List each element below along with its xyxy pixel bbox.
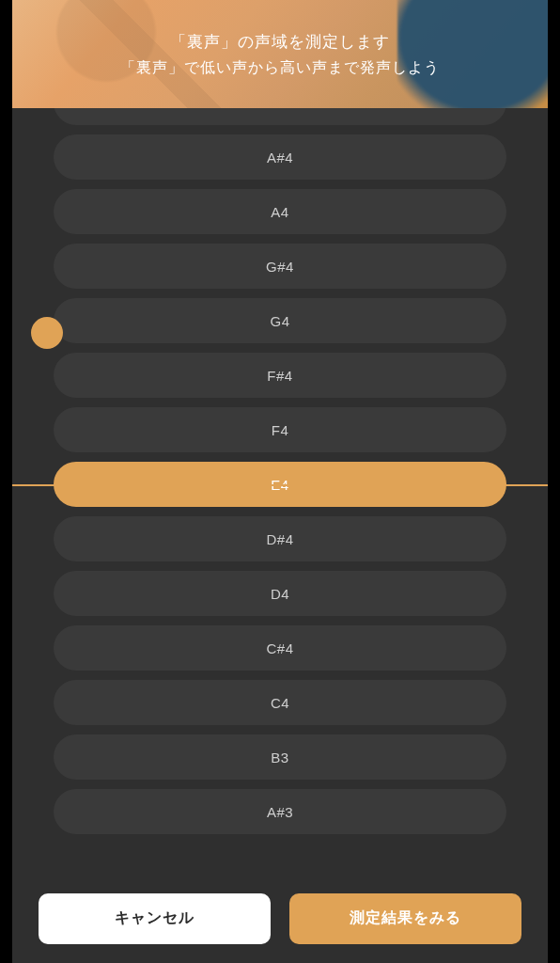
pitch-row-label: G#4 (266, 259, 294, 275)
pitch-row-label: D#4 (266, 531, 293, 547)
view-results-button[interactable]: 測定結果をみる (289, 893, 521, 944)
pitch-row-Dsharp4[interactable]: D#4 (54, 516, 506, 561)
pitch-row-label: A4 (271, 204, 288, 220)
pitch-list-viewport: B4A#4A4G#4G4F#4F4E4D#4D4C#4C4B3A#3 (12, 108, 548, 874)
header-title: 「裏声」の声域を測定します (170, 31, 390, 53)
header-subtitle: 「裏声」で低い声から高い声まで発声しよう (120, 58, 440, 78)
footer-bar: キャンセル 測定結果をみる (12, 874, 548, 963)
pitch-row-label: F4 (272, 422, 289, 438)
pitch-row-C4[interactable]: C4 (54, 680, 506, 725)
pitch-row-label: G4 (270, 313, 289, 329)
pitch-row-label: B4 (271, 108, 288, 111)
pitch-row-D4[interactable]: D4 (54, 571, 506, 616)
pitch-row-Gsharp4[interactable]: G#4 (54, 244, 506, 289)
pitch-indicator-dot (31, 317, 63, 349)
pitch-row-label: A#4 (267, 150, 293, 166)
pitch-row-Asharp4[interactable]: A#4 (54, 134, 506, 180)
pitch-list[interactable]: B4A#4A4G#4G4F#4F4E4D#4D4C#4C4B3A#3 (12, 108, 548, 844)
pitch-row-B3[interactable]: B3 (54, 734, 506, 780)
pitch-row-Csharp4[interactable]: C#4 (54, 625, 506, 671)
pitch-row-Fsharp4[interactable]: F#4 (54, 353, 506, 398)
pitch-row-F4[interactable]: F4 (54, 407, 506, 452)
pitch-row-label: D4 (271, 586, 289, 602)
pitch-row-label: B3 (271, 750, 288, 766)
pitch-row-Asharp3[interactable]: A#3 (54, 789, 506, 834)
instruction-header: 「裏声」の声域を測定します 「裏声」で低い声から高い声まで発声しよう (12, 0, 548, 108)
pitch-row-A4[interactable]: A4 (54, 189, 506, 234)
pitch-row-label: C4 (271, 695, 289, 711)
pitch-row-label: A#3 (267, 804, 293, 820)
pitch-row-label: F#4 (267, 368, 292, 384)
pitch-row-G4[interactable]: G4 (54, 298, 506, 343)
pitch-row-label: C#4 (266, 640, 293, 656)
app-root: 「裏声」の声域を測定します 「裏声」で低い声から高い声まで発声しよう B4A#4… (12, 0, 548, 963)
pitch-row-B4[interactable]: B4 (54, 108, 506, 125)
cancel-button[interactable]: キャンセル (39, 893, 271, 944)
pitch-indicator-line (12, 484, 548, 486)
